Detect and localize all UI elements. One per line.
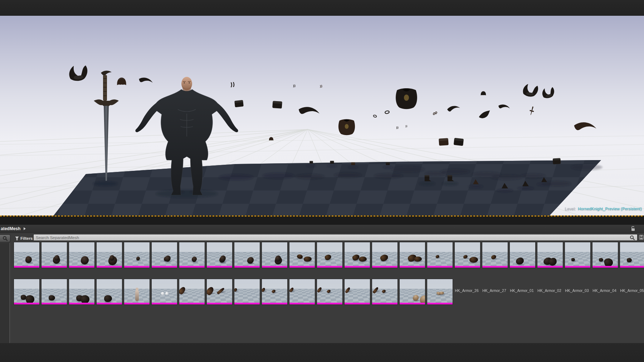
asset-tile[interactable]: HK_Armor_13	[95, 242, 122, 268]
asset-tile[interactable]: HK_Helmet_06	[315, 279, 343, 305]
armor-piece-mesh[interactable]	[454, 138, 464, 146]
asset-thumbnail[interactable]	[262, 242, 288, 268]
asset-tile[interactable]: HK_Armor_17	[205, 242, 233, 268]
asset-tile[interactable]: HK_Helmet_02	[205, 279, 233, 305]
asset-tile[interactable]: HK_Armor_15	[150, 242, 177, 268]
armor-piece-mesh[interactable]	[272, 101, 282, 109]
asset-thumbnail[interactable]	[262, 279, 288, 305]
asset-tile[interactable]: HK_Armor_06	[12, 279, 40, 305]
armor-piece-mesh[interactable]	[481, 91, 486, 95]
asset-tile[interactable]: HK_Armor_12	[67, 242, 95, 268]
asset-thumbnail[interactable]	[69, 279, 95, 305]
armor-piece-mesh[interactable]	[396, 127, 398, 129]
armor-piece-mesh[interactable]	[293, 85, 295, 88]
armor-piece-mesh[interactable]	[522, 83, 539, 98]
asset-thumbnail[interactable]	[206, 242, 233, 268]
asset-thumbnail[interactable]	[179, 242, 205, 268]
asset-tile[interactable]: HK_Helmet_04	[260, 279, 288, 305]
asset-tile[interactable]: HK_Armor_25	[425, 242, 453, 268]
save-search-icon[interactable]	[639, 235, 644, 241]
armor-piece-mesh[interactable]	[330, 161, 334, 164]
asset-tile[interactable]: HK_Armor_05	[618, 242, 644, 268]
asset-tile[interactable]: HK_Armor_26	[453, 242, 480, 268]
armor-piece-mesh[interactable]	[396, 88, 417, 109]
asset-tile[interactable]: HK_Body_Head	[122, 279, 150, 305]
armor-piece-mesh[interactable]	[373, 115, 377, 118]
armor-piece-mesh[interactable]	[231, 82, 234, 87]
asset-tile[interactable]: HK_Armor_22	[343, 242, 370, 268]
asset-thumbnail[interactable]	[234, 242, 260, 268]
armor-piece-mesh[interactable]	[320, 85, 322, 88]
asset-tile[interactable]: HK_Armor_04	[591, 242, 618, 268]
asset-tile[interactable]: HK_Eyes	[150, 279, 177, 305]
armor-piece-mesh[interactable]	[439, 138, 449, 146]
asset-tile[interactable]: HK_Armor_08	[67, 279, 95, 305]
armor-piece-mesh[interactable]	[309, 161, 313, 163]
viewport-3d-scene[interactable]	[0, 16, 644, 215]
asset-tile[interactable]: HK_Armor_27	[480, 242, 508, 268]
armor-piece-mesh[interactable]	[541, 86, 556, 99]
asset-tile[interactable]: HK_Helmet_05	[288, 279, 315, 305]
armor-piece-mesh[interactable]	[574, 121, 597, 132]
asset-tile[interactable]: HK_Armor_20	[288, 242, 315, 268]
armor-piece-mesh[interactable]	[406, 125, 407, 127]
asset-thumbnail[interactable]	[317, 279, 343, 305]
armor-piece-mesh[interactable]	[138, 76, 153, 85]
armor-piece-mesh[interactable]	[351, 162, 355, 165]
asset-thumbnail[interactable]	[96, 279, 122, 305]
asset-tile[interactable]: HK_Armor_07	[40, 279, 67, 305]
search-input[interactable]	[36, 234, 623, 240]
asset-thumbnail[interactable]	[372, 242, 398, 268]
armor-piece-mesh[interactable]	[447, 105, 460, 112]
asset-thumbnail[interactable]	[427, 279, 453, 305]
asset-tile[interactable]: HK_Armor_16	[177, 242, 205, 268]
asset-tile[interactable]: HK_Armor_10	[12, 242, 40, 268]
asset-tile[interactable]: HK_Helmet_08	[370, 279, 398, 305]
asset-thumbnail[interactable]	[427, 242, 453, 268]
asset-thumbnail[interactable]	[344, 242, 370, 268]
asset-thumbnail[interactable]	[124, 242, 150, 268]
asset-thumbnail[interactable]	[592, 242, 618, 268]
asset-thumbnail[interactable]	[317, 242, 343, 268]
armor-piece-mesh[interactable]	[338, 119, 355, 135]
asset-thumbnail[interactable]	[399, 279, 425, 305]
asset-thumbnail[interactable]	[206, 279, 233, 305]
lock-icon[interactable]	[631, 226, 635, 233]
asset-tile[interactable]: HK_Teeth_top	[425, 279, 453, 305]
breadcrumb-arrow-icon[interactable]	[24, 227, 26, 230]
asset-thumbnail[interactable]	[124, 279, 150, 305]
armor-piece-mesh[interactable]	[117, 78, 126, 85]
asset-tile[interactable]: HK_Armor_24	[398, 242, 425, 268]
asset-thumbnail[interactable]	[151, 242, 177, 268]
search-box[interactable]	[33, 234, 638, 241]
asset-thumbnail[interactable]	[14, 279, 40, 305]
asset-thumbnail[interactable]	[482, 242, 508, 268]
asset-thumbnail[interactable]	[14, 242, 40, 268]
asset-tile[interactable]: HK_Helmet_03	[233, 279, 260, 305]
asset-thumbnail[interactable]	[399, 242, 425, 268]
armor-piece-mesh[interactable]	[298, 105, 320, 117]
asset-thumbnail[interactable]	[96, 242, 122, 268]
asset-thumbnail[interactable]	[454, 242, 480, 268]
asset-tile[interactable]: HK_Armor_01	[508, 242, 536, 268]
asset-thumbnail[interactable]	[151, 279, 177, 305]
sword-mesh[interactable]	[94, 71, 119, 181]
breadcrumb[interactable]: atedMesh	[1, 226, 20, 231]
asset-thumbnail[interactable]	[41, 242, 67, 268]
asset-tile[interactable]: HK_Helmet_01	[177, 279, 205, 305]
armor-piece-mesh[interactable]	[479, 110, 490, 118]
asset-tile[interactable]: HK_Armor_18	[233, 242, 260, 268]
asset-thumbnail[interactable]	[537, 242, 563, 268]
asset-thumbnail[interactable]	[620, 242, 644, 268]
armor-piece-mesh[interactable]	[529, 106, 535, 115]
asset-thumbnail[interactable]	[289, 242, 315, 268]
armor-piece-mesh[interactable]	[433, 111, 437, 115]
asset-tile[interactable]: HK_Helmet_07	[343, 279, 370, 305]
asset-thumbnail[interactable]	[344, 279, 370, 305]
asset-tile[interactable]: HK_Armor_03	[563, 242, 591, 268]
armor-piece-mesh[interactable]	[385, 110, 390, 114]
asset-thumbnail[interactable]	[179, 279, 205, 305]
asset-tile[interactable]: HK_Armor_09	[95, 279, 122, 305]
asset-thumbnail[interactable]	[41, 279, 67, 305]
asset-tile[interactable]: HK_Teeth_bot	[398, 279, 425, 305]
